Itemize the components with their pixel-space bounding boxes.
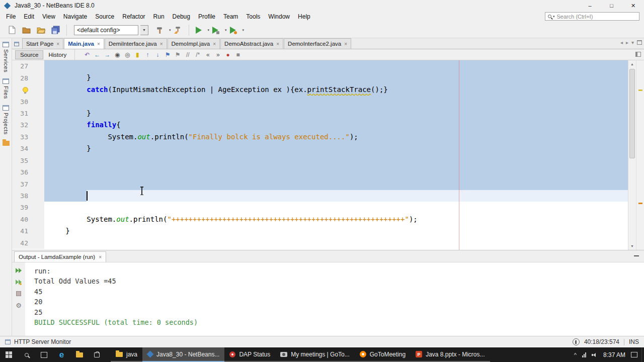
shift-right-icon[interactable]: »: [213, 50, 223, 59]
line-number[interactable]: 31: [12, 108, 31, 119]
settings-button[interactable]: ⚙: [14, 301, 23, 309]
next-occurrence-icon[interactable]: ↓: [152, 50, 163, 59]
debug-project-button[interactable]: [209, 24, 222, 37]
new-file-button[interactable]: [5, 24, 18, 37]
clean-build-button[interactable]: [171, 24, 184, 37]
code-line[interactable]: 40 System.out.println("+++++++++++++++++…: [12, 214, 628, 225]
line-number[interactable]: 33: [12, 131, 31, 143]
code-line[interactable]: 41 }: [12, 225, 628, 237]
code-text[interactable]: [44, 166, 628, 178]
code-line[interactable]: 32 finally{: [12, 119, 628, 131]
new-project-button[interactable]: [20, 24, 33, 37]
menu-file[interactable]: File: [2, 12, 20, 22]
line-number[interactable]: 36: [12, 166, 31, 178]
code-editor[interactable]: 2728 } catch(InputMismatchException | Ag…: [12, 60, 644, 250]
dock-projects[interactable]: Projects: [3, 104, 9, 136]
menu-view[interactable]: View: [38, 12, 59, 22]
menu-source[interactable]: Source: [91, 12, 118, 22]
menu-run[interactable]: Run: [149, 12, 169, 22]
code-line[interactable]: 33 System.out.println("Finally bolck is …: [12, 131, 628, 143]
store-button[interactable]: [88, 347, 106, 362]
rerun-button[interactable]: [14, 266, 23, 275]
line-number[interactable]: 38: [12, 190, 31, 202]
scroll-down-icon[interactable]: ▼: [628, 242, 636, 250]
tab-demoimpl-java[interactable]: DemoImpl.java×: [168, 38, 220, 49]
tab-main-java[interactable]: Main.java×: [64, 38, 104, 49]
output-tab[interactable]: Output - LamdaExample (run) ×: [14, 251, 106, 262]
build-project-button[interactable]: [153, 24, 167, 37]
line-number[interactable]: 42: [12, 237, 31, 249]
line-number[interactable]: 37: [12, 178, 31, 190]
minimize-button[interactable]: –: [579, 0, 601, 11]
code-text[interactable]: }: [44, 143, 628, 154]
close-button[interactable]: ✕: [622, 0, 644, 11]
taskbar-app-gotomeeting[interactable]: GoToMeeting: [355, 347, 411, 362]
run-project-button[interactable]: [192, 24, 205, 37]
taskbar-search-button[interactable]: [18, 347, 35, 362]
hidden-icons-chevron[interactable]: ^: [574, 352, 577, 358]
config-dropdown-arrow-icon[interactable]: ▼: [140, 25, 148, 35]
tab-close-icon[interactable]: ×: [276, 41, 279, 47]
line-number[interactable]: 35: [12, 155, 31, 166]
find-next-occurrence-icon[interactable]: ◎: [122, 50, 132, 59]
rerun-with-args-button[interactable]: [14, 278, 23, 286]
notifications-icon[interactable]: [573, 338, 580, 345]
code-text[interactable]: finally{: [44, 119, 628, 131]
tab-start-page[interactable]: Start Page×: [22, 38, 63, 49]
warning-hint-icon[interactable]: [23, 87, 28, 93]
minimize-output-icon[interactable]: [634, 255, 639, 256]
error-stripe-caret-mark[interactable]: [638, 203, 642, 204]
line-number[interactable]: 39: [12, 202, 31, 213]
taskbar-app-java[interactable]: java: [111, 347, 142, 362]
menu-edit[interactable]: Edit: [20, 12, 38, 22]
tab-demoabstract-java[interactable]: DemoAbstract.java×: [220, 38, 283, 49]
code-text[interactable]: System.out.println("Finally bolck is alw…: [44, 131, 628, 143]
line-number[interactable]: 32: [12, 119, 31, 131]
next-bookmark-icon[interactable]: ⚑: [173, 50, 183, 59]
tab-list-icon[interactable]: ▾: [631, 40, 634, 45]
quick-search-box[interactable]: ▾ Search (Ctrl+I): [545, 12, 639, 21]
code-text[interactable]: }: [44, 225, 628, 237]
volume-icon[interactable]: [592, 352, 598, 358]
file-explorer-button[interactable]: [70, 347, 88, 362]
maximize-editor-icon[interactable]: [637, 40, 642, 45]
line-number[interactable]: 30: [12, 96, 31, 107]
code-text[interactable]: System.out.println("++++++++++++++++++++…: [44, 214, 628, 225]
save-all-button[interactable]: [49, 24, 62, 37]
profile-dropdown-icon[interactable]: ▾: [243, 28, 245, 32]
show-desktop-button[interactable]: [641, 347, 644, 362]
menu-team[interactable]: Team: [219, 12, 242, 22]
start-macro-recording-icon[interactable]: ●: [223, 50, 233, 59]
scroll-tabs-right-icon[interactable]: ▸: [626, 40, 628, 45]
find-selection-icon[interactable]: ◉: [112, 50, 122, 59]
code-line[interactable]: 30: [12, 96, 628, 107]
taskbar-app-java8-30-netbeans[interactable]: Java8_30 - NetBeans...: [142, 347, 224, 362]
line-number[interactable]: 34: [12, 143, 31, 154]
code-text[interactable]: [44, 237, 628, 249]
taskbar-app-dap-status[interactable]: DAP Status: [224, 347, 275, 362]
search-dropdown-icon[interactable]: ▾: [553, 15, 555, 19]
tab-close-icon[interactable]: ×: [97, 41, 100, 47]
source-view-button[interactable]: Source: [15, 50, 43, 59]
menu-help[interactable]: Help: [294, 12, 314, 22]
forward-icon[interactable]: →: [102, 50, 112, 59]
code-text[interactable]: }: [44, 108, 628, 119]
editor-options-icon[interactable]: [635, 52, 641, 57]
scrollbar-thumb[interactable]: [629, 69, 635, 158]
code-line[interactable]: 42: [12, 237, 628, 249]
code-line[interactable]: 34 }: [12, 143, 628, 154]
stop-button[interactable]: [14, 290, 23, 298]
taskbar-app-my-meetings-goto[interactable]: My meetings | GoTo...: [275, 347, 355, 362]
code-line[interactable]: 37: [12, 178, 628, 190]
code-text[interactable]: [44, 190, 628, 202]
maximize-button[interactable]: □: [601, 0, 622, 11]
stop-macro-recording-icon[interactable]: ■: [233, 50, 243, 59]
code-line[interactable]: 38: [12, 190, 628, 202]
menu-profile[interactable]: Profile: [194, 12, 219, 22]
back-icon[interactable]: ←: [92, 50, 102, 59]
menu-tools[interactable]: Tools: [242, 12, 264, 22]
edge-button[interactable]: e: [53, 347, 70, 362]
tab-close-icon[interactable]: ×: [213, 41, 216, 47]
open-project-button[interactable]: [34, 24, 47, 37]
code-line[interactable]: 39: [12, 202, 628, 213]
